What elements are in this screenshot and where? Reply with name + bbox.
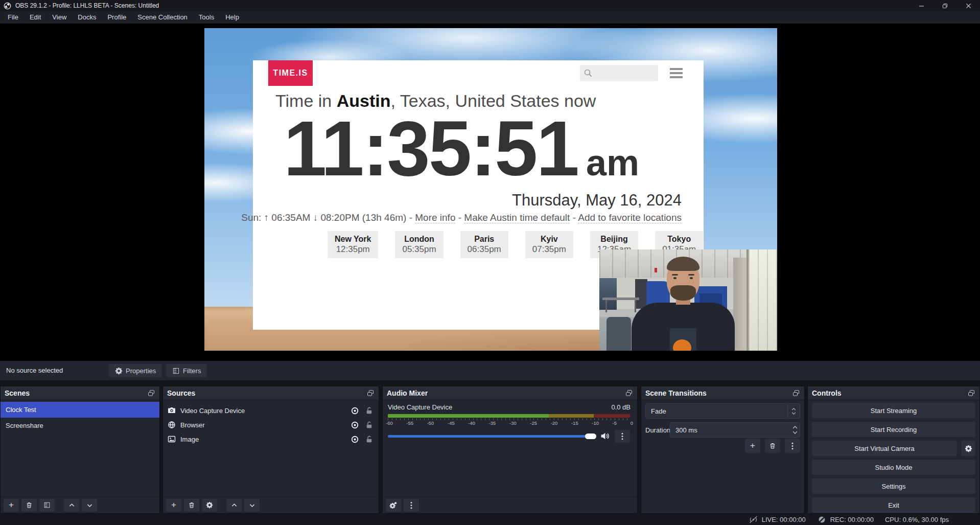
- menu-help[interactable]: Help: [220, 11, 245, 24]
- scenes-title: Scenes: [5, 389, 30, 397]
- hamburger-menu-icon: [670, 68, 683, 78]
- lock-icon[interactable]: [365, 406, 374, 415]
- webcam-table: [602, 298, 639, 300]
- virtual-camera-settings-button[interactable]: [961, 441, 975, 456]
- maximize-button[interactable]: [933, 0, 956, 11]
- make-default-link: Make Austin time default: [464, 212, 570, 223]
- source-item-video-capture[interactable]: Video Capture Device: [163, 403, 379, 418]
- move-source-down-button[interactable]: [244, 499, 260, 512]
- sources-toolbar: +: [163, 496, 379, 513]
- volume-slider-handle[interactable]: [585, 433, 596, 439]
- webcam-overlay: [599, 249, 777, 351]
- popout-icon[interactable]: [147, 389, 155, 397]
- visibility-eye-icon[interactable]: [351, 435, 359, 444]
- remove-scene-button[interactable]: [21, 499, 37, 512]
- popout-icon[interactable]: [625, 389, 633, 397]
- webcam-office-door: [635, 279, 647, 309]
- mixer-menu-button[interactable]: [404, 499, 419, 512]
- menu-view[interactable]: View: [46, 11, 72, 24]
- speaker-icon[interactable]: [600, 431, 610, 441]
- menu-profile[interactable]: Profile: [102, 11, 132, 24]
- webcam-person-eye: [673, 277, 676, 279]
- status-bar: LIVE: 00:00:00 REC: 00:00:00 CPU: 0.6%, …: [0, 514, 980, 525]
- popout-icon[interactable]: [967, 389, 975, 397]
- record-inactive-icon: [817, 516, 827, 523]
- transitions-toolbar: +: [745, 439, 800, 453]
- webcam-shirt-graphic: [673, 339, 691, 351]
- add-transition-button[interactable]: +: [745, 439, 760, 453]
- scene-transitions-title: Scene Transitions: [645, 389, 707, 397]
- transition-menu-button[interactable]: [785, 439, 800, 453]
- source-properties-button[interactable]: [202, 499, 217, 512]
- preview-canvas[interactable]: TIME.IS Time in Austin, Texas, United St…: [0, 24, 980, 361]
- spinner-arrows-icon[interactable]: [792, 423, 798, 437]
- minimize-button[interactable]: [909, 0, 933, 11]
- scene-transitions-header: Scene Transitions: [641, 386, 804, 400]
- popout-icon[interactable]: [792, 389, 800, 397]
- visibility-eye-icon[interactable]: [351, 406, 359, 415]
- studio-mode-button[interactable]: Studio Mode: [812, 460, 975, 475]
- remove-source-button[interactable]: [184, 499, 199, 512]
- webcam-person-brow: [672, 274, 678, 276]
- title-bar: OBS 29.1.2 - Profile: LLHLS BETA - Scene…: [0, 0, 980, 11]
- live-time: LIVE: 00:00:00: [762, 516, 806, 523]
- menu-edit[interactable]: Edit: [24, 11, 46, 24]
- meter-scale: -60-55-50-45-40-35-30-25-20-15-10-50: [386, 420, 633, 426]
- start-recording-button[interactable]: Start Recording: [812, 422, 975, 437]
- mixer-channel-menu-button[interactable]: [615, 430, 630, 443]
- remove-transition-button[interactable]: [765, 439, 780, 453]
- source-item-image[interactable]: Image: [163, 432, 379, 446]
- rec-time: REC: 00:00:00: [830, 516, 874, 523]
- city-london: London05:35pm: [395, 231, 443, 258]
- transition-select[interactable]: Fade: [645, 403, 800, 419]
- menu-scene-collection[interactable]: Scene Collection: [132, 11, 193, 24]
- window-title: OBS 29.1.2 - Profile: LLHLS BETA - Scene…: [15, 2, 159, 9]
- menu-file[interactable]: File: [2, 11, 24, 24]
- lock-icon[interactable]: [365, 435, 374, 444]
- scene-filters-button[interactable]: [39, 499, 55, 512]
- transition-selected-value: Fade: [651, 407, 666, 415]
- duration-input[interactable]: 300 ms: [670, 422, 800, 438]
- webcam-office-glass: [599, 278, 617, 310]
- exit-button[interactable]: Exit: [812, 497, 975, 513]
- controls-header: Controls: [808, 386, 979, 400]
- properties-label: Properties: [126, 367, 156, 375]
- properties-button[interactable]: Properties: [109, 364, 162, 377]
- search-input: [580, 65, 658, 81]
- menu-tools[interactable]: Tools: [193, 11, 220, 24]
- scene-item-clock-test[interactable]: Clock Test: [1, 402, 159, 418]
- city-kyiv: Kyiv07:35pm: [525, 231, 573, 258]
- clock-display: 11:35:51 am: [284, 109, 639, 187]
- program-preview[interactable]: TIME.IS Time in Austin, Texas, United St…: [204, 28, 777, 351]
- mixer-channel-name: Video Capture Device: [388, 403, 452, 411]
- move-source-up-button[interactable]: [226, 499, 242, 512]
- start-virtual-camera-button[interactable]: Start Virtual Camera: [812, 441, 957, 456]
- advanced-audio-button[interactable]: [386, 499, 401, 512]
- sources-title: Sources: [167, 389, 195, 397]
- source-item-browser[interactable]: Browser: [163, 418, 379, 432]
- filters-label: Filters: [183, 367, 201, 375]
- more-info-link: More info: [415, 212, 455, 223]
- source-context-bar: No source selected Properties Filters: [0, 361, 980, 380]
- source-label: Image: [180, 436, 199, 443]
- menu-docks[interactable]: Docks: [72, 11, 102, 24]
- filters-button[interactable]: Filters: [166, 364, 207, 377]
- volume-slider[interactable]: [388, 435, 596, 438]
- webcam-person-head: [667, 259, 699, 301]
- sources-header: Sources: [163, 386, 379, 400]
- popout-icon[interactable]: [366, 389, 375, 397]
- move-scene-down-button[interactable]: [82, 499, 97, 512]
- move-scene-up-button[interactable]: [64, 499, 79, 512]
- lock-icon[interactable]: [365, 421, 374, 429]
- add-source-button[interactable]: +: [166, 499, 181, 512]
- city-newyork: New York12:35pm: [328, 231, 378, 258]
- visibility-eye-icon[interactable]: [351, 421, 359, 429]
- add-scene-button[interactable]: +: [4, 499, 19, 512]
- duration-value: 300 ms: [675, 426, 697, 434]
- scene-item-screenshare[interactable]: Screenshare: [1, 418, 159, 433]
- mixer-toolbar: [383, 496, 637, 513]
- add-favorite-link: Add to favorite locations: [578, 212, 682, 223]
- close-button[interactable]: [956, 0, 980, 11]
- start-streaming-button[interactable]: Start Streaming: [812, 403, 975, 418]
- settings-button[interactable]: Settings: [812, 478, 975, 494]
